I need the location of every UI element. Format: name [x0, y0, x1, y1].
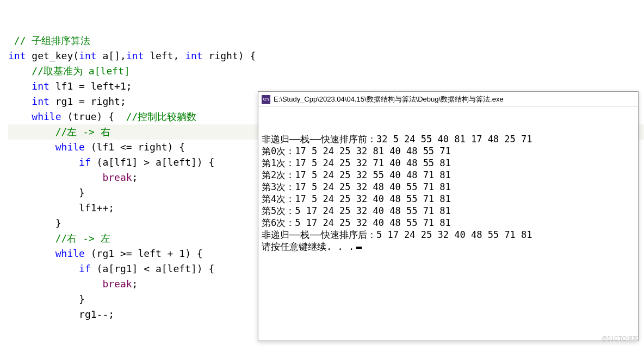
console-line: 请按任意键继续. . .	[262, 241, 635, 253]
console-line: 第3次：17 5 24 25 32 48 40 55 71 81	[262, 181, 635, 193]
console-icon: C:\	[262, 95, 270, 104]
code-line[interactable]: //取基准为 a[left]	[8, 64, 644, 79]
console-line: 第4次：17 5 24 25 32 40 48 55 71 81	[262, 193, 635, 205]
code-line[interactable]: int get_key(int a[],int left, int right)…	[8, 48, 644, 64]
console-title: E:\Study_Cpp\2023.04\04.15\数据结构与算法\Debug…	[274, 95, 504, 104]
watermark: @51CTO博客	[602, 335, 639, 343]
code-line[interactable]: // 子组排序算法	[8, 33, 644, 48]
console-line: 第2次：17 5 24 25 32 55 40 48 71 81	[262, 169, 635, 181]
console-line: 非递归——栈——快速排序前：32 5 24 55 40 81 17 48 25 …	[262, 133, 635, 145]
console-line: 第6次：5 17 24 25 32 40 48 55 71 81	[262, 217, 635, 229]
console-line: 第5次：5 17 24 25 32 40 48 55 71 81	[262, 205, 635, 217]
console-titlebar[interactable]: C:\ E:\Study_Cpp\2023.04\04.15\数据结构与算法\D…	[258, 92, 638, 107]
console-output[interactable]: 非递归——栈——快速排序前：32 5 24 55 40 81 17 48 25 …	[258, 107, 638, 279]
cursor	[356, 247, 362, 249]
console-line: 第1次：17 5 24 25 32 71 40 48 55 81	[262, 157, 635, 169]
console-window: C:\ E:\Study_Cpp\2023.04\04.15\数据结构与算法\D…	[258, 91, 639, 341]
console-line: 非递归——栈——快速排序后：5 17 24 25 32 40 48 55 71 …	[262, 229, 635, 241]
console-line: 第0次：17 5 24 25 32 81 40 48 55 71	[262, 145, 635, 157]
